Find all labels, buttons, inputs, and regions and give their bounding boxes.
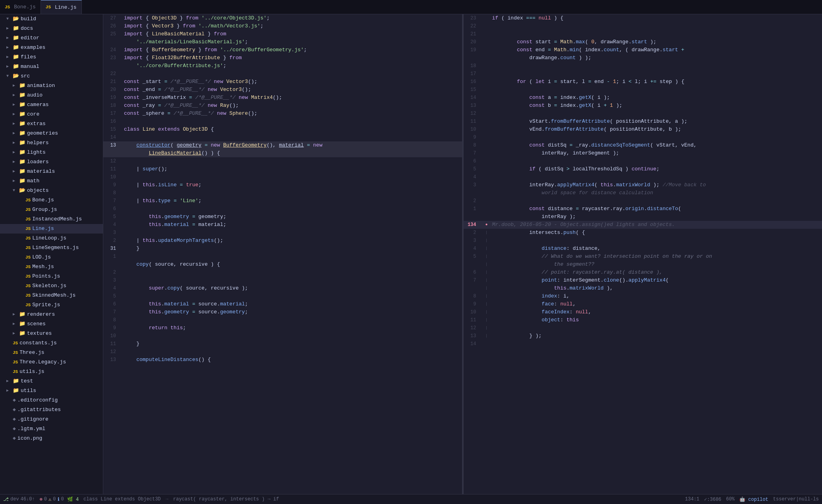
server-status: tsserver|null-ls xyxy=(773,496,819,502)
code-line: 26 import { Vector3 } from '../math/Vect… xyxy=(103,22,462,30)
sidebar-item[interactable]: JSMesh.js xyxy=(0,262,103,272)
sidebar-item[interactable]: JSLOD.js xyxy=(0,253,103,262)
file-icon: ◆ xyxy=(13,396,16,404)
sidebar-item[interactable]: JSThree.Legacy.js xyxy=(0,357,103,367)
code-line: 13 computeLineDistances() { xyxy=(103,356,462,364)
sidebar-item[interactable]: 📁animation xyxy=(0,81,103,91)
sidebar-item[interactable]: 📁textures xyxy=(0,329,103,338)
sidebar-item[interactable]: 📁extras xyxy=(0,119,103,129)
tab-bone-label: Bone.js xyxy=(14,4,36,10)
code-line: 20 const _end = /*@__PURE__*/ new Vector… xyxy=(103,86,462,94)
error-count[interactable]: ⊗ 0 ⚠ 0 ℹ 0 🌿 4 xyxy=(40,496,79,502)
folder-icon: 📁 xyxy=(19,177,25,185)
code-line: 9 xyxy=(464,133,822,141)
sidebar-item[interactable]: 📁loaders xyxy=(0,157,103,167)
sidebar-item[interactable]: 📁geometries xyxy=(0,129,103,138)
sidebar-item[interactable]: 📁core xyxy=(0,110,103,119)
sidebar-item[interactable]: JSInstancedMesh.js xyxy=(0,214,103,224)
tree-item-label: lights xyxy=(27,149,103,156)
sidebar-item[interactable]: JSThree.js xyxy=(0,348,103,357)
folder-icon: 📁 xyxy=(19,168,25,176)
tree-item-label: utils xyxy=(21,387,103,395)
sidebar-item[interactable]: 📁scenes xyxy=(0,319,103,329)
code-line: 16 for ( let i = start, l = end - 1; i <… xyxy=(464,78,822,86)
sidebar-item[interactable]: 📁utils xyxy=(0,386,103,396)
sidebar-item[interactable]: 📁test xyxy=(0,377,103,386)
sidebar-item[interactable]: 📁materials xyxy=(0,167,103,176)
sidebar-item[interactable]: 📁lights xyxy=(0,148,103,157)
sidebar-item[interactable]: 📁editor xyxy=(0,33,103,43)
code-line: 8 | index: i, xyxy=(464,292,822,300)
sidebar-item[interactable]: JSPoints.js xyxy=(0,272,103,281)
sidebar-item[interactable]: 📁examples xyxy=(0,43,103,52)
sidebar-item[interactable]: 📂src xyxy=(0,71,103,81)
sidebar-item[interactable]: 📁helpers xyxy=(0,138,103,148)
sidebar-item[interactable]: 📁math xyxy=(0,176,103,186)
sidebar-item[interactable]: JSutils.js xyxy=(0,367,103,377)
tree-item-label: utils.js xyxy=(19,368,103,376)
sidebar-item[interactable]: 📁docs xyxy=(0,24,103,33)
sidebar-item[interactable]: ◆.editorconfig xyxy=(0,396,103,405)
sidebar-item[interactable]: JSSprite.js xyxy=(0,300,103,310)
js-file-icon: JS xyxy=(25,282,31,290)
code-line: | the segment?? xyxy=(464,261,822,268)
js-file-icon: JS xyxy=(25,301,31,309)
sidebar-item[interactable]: JSSkeleton.js xyxy=(0,281,103,291)
js-file-icon: JS xyxy=(13,358,18,366)
sidebar-item[interactable]: JSLineSegments.js xyxy=(0,243,103,253)
git-branch[interactable]: ⎇ dev 46↓0↑ xyxy=(3,496,35,502)
code-line: 12 xyxy=(103,348,462,356)
code-line: 21 xyxy=(464,30,822,38)
code-line: 23 import { Float32BufferAttribute } fro… xyxy=(103,54,462,62)
sidebar-item[interactable]: 📁files xyxy=(0,52,103,62)
code-line: 15 class Line extends Object3D { xyxy=(103,126,462,133)
sidebar-item[interactable]: JSSkinnedMesh.js xyxy=(0,291,103,300)
sidebar-item[interactable]: 📁audio xyxy=(0,91,103,100)
sidebar-item[interactable]: ◆.gitattributes xyxy=(0,405,103,415)
code-line: 6 | // point: raycaster.ray.at( distance… xyxy=(464,268,822,276)
tree-item-label: src xyxy=(21,72,103,80)
code-line: 4 this.material = material; xyxy=(103,221,462,229)
code-line: 9 | this.isLine = true; xyxy=(103,181,462,189)
sidebar-item[interactable]: 📂objects xyxy=(0,186,103,195)
status-bar: ⎇ dev 46↓0↑ ⊗ 0 ⚠ 0 ℹ 0 🌿 4 class Line e… xyxy=(0,494,822,504)
folder-icon: 📁 xyxy=(19,129,25,137)
tree-item-label: core xyxy=(27,110,103,118)
tree-item-label: Sprite.js xyxy=(32,301,103,309)
sidebar-item[interactable]: JSLineLoop.js xyxy=(0,234,103,243)
tree-arrow xyxy=(6,44,13,52)
sidebar-item[interactable]: 📁manual xyxy=(0,62,103,71)
main-content: 📂build📁docs📁editor📁examples📁files📁manual… xyxy=(0,14,822,494)
code-line: 10 vEnd.fromBufferAttribute( positionAtt… xyxy=(464,126,822,133)
tree-item-label: build xyxy=(21,15,103,23)
tab-line-label: Line.js xyxy=(55,4,77,10)
sidebar-item[interactable]: JSLine.js xyxy=(0,224,103,234)
folder-icon: 📁 xyxy=(13,387,19,395)
tree-item-label: editor xyxy=(21,34,103,42)
tree-item-label: LineSegments.js xyxy=(32,244,103,252)
sidebar-item[interactable]: 📂build xyxy=(0,14,103,24)
tree-item-label: manual xyxy=(21,63,103,71)
sidebar-item[interactable]: JSconstants.js xyxy=(0,338,103,348)
sidebar-item[interactable]: ◆icon.png xyxy=(0,434,103,443)
left-code-panel[interactable]: 27 import { Object3D } from '../core/Obj… xyxy=(103,14,462,494)
sidebar-item[interactable]: JSBone.js xyxy=(0,195,103,205)
tree-item-label: materials xyxy=(27,168,103,176)
right-code-panel[interactable]: 23 if ( index === null ) { 22 21 20 xyxy=(464,14,822,494)
sidebar-item[interactable]: ◆.gitignore xyxy=(0,415,103,424)
file-icon: ◆ xyxy=(13,415,16,423)
code-line: 20 const start = Math.max( 0, drawRange.… xyxy=(464,38,822,46)
tree-arrow xyxy=(6,53,13,61)
tab-bone[interactable]: JS Bone.js xyxy=(0,0,41,14)
sidebar-item[interactable]: 📁renderers xyxy=(0,310,103,319)
folder-icon: 📁 xyxy=(13,53,19,61)
code-line: 11 | object: this xyxy=(464,316,822,324)
sidebar-item[interactable]: 📁cameras xyxy=(0,100,103,110)
js-file-icon: JS xyxy=(25,225,31,233)
code-line: 15 xyxy=(464,86,822,94)
sidebar-item[interactable]: ◆.lgtm.yml xyxy=(0,424,103,434)
tab-line[interactable]: JS Line.js xyxy=(41,0,82,14)
code-line: 12 | xyxy=(464,324,822,332)
code-line: 1 xyxy=(103,253,462,261)
sidebar-item[interactable]: JSGroup.js xyxy=(0,205,103,214)
